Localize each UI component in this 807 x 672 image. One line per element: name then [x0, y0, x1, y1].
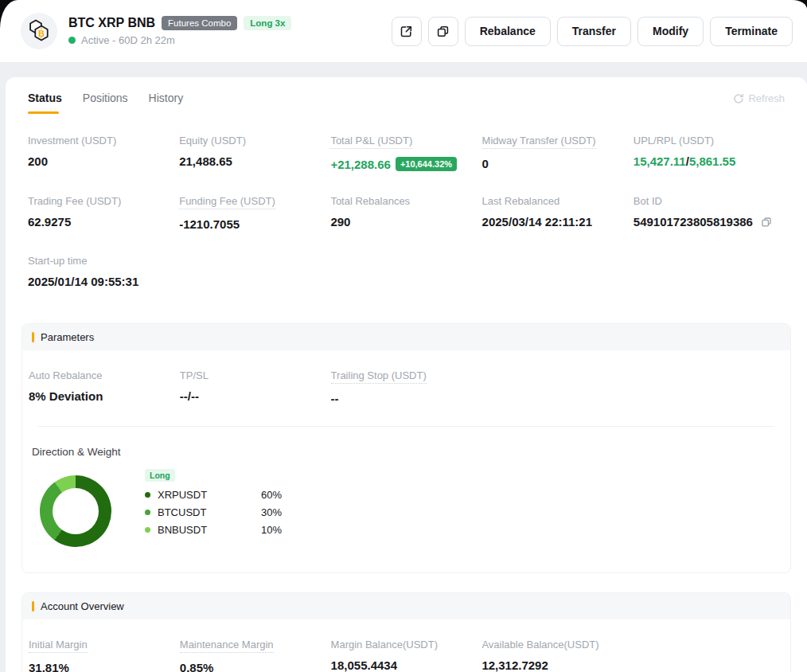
bot-header-card: B BTC XRP BNB Futures Combo Long 3x Acti…	[0, 0, 807, 62]
weight-legend: Long XRPUSDT 60% BTCUSDT 30% BNBUSDT	[145, 469, 282, 536]
section-accent-bar	[32, 332, 34, 342]
field-maintenance-margin: Maintenance Margin 0.85%	[180, 639, 331, 672]
account-overview-fields: Initial Margin 31.81% Maintenance Margin…	[29, 639, 784, 672]
stat-label: Trading Fee (USDT)	[28, 195, 121, 207]
stat-value: 62.9275	[28, 215, 179, 229]
active-status-dot	[68, 37, 76, 44]
parameters-header: Parameters	[22, 324, 790, 350]
stat-equity: Equity (USDT) 21,488.65	[179, 135, 330, 171]
stat-label: Equity (USDT)	[179, 135, 246, 147]
stat-investment: Investment (USDT) 200	[28, 135, 179, 171]
legend-percent: 10%	[261, 524, 282, 536]
stat-label-tooltip[interactable]: Funding Fee (USDT)	[179, 195, 275, 209]
upl-value: 15,427.11	[634, 154, 686, 168]
stat-last-rebalanced: Last Rebalanced 2025/03/14 22:11:21	[482, 195, 634, 231]
rpl-value: 5,861.55	[689, 154, 735, 168]
stat-value: 2025/01/14 09:55:31	[28, 275, 179, 288]
stat-upl-rpl: UPL/RPL (USDT) 15,427.11 / 5,861.55	[634, 135, 785, 171]
transfer-button[interactable]: Transfer	[557, 17, 631, 46]
legend-dot	[145, 527, 150, 533]
direction-weight-title: Direction & Weight	[32, 446, 781, 458]
legend-item: BTCUSDT 30%	[145, 506, 282, 518]
bot-logo: B	[21, 13, 57, 49]
stat-label: Last Rebalanced	[482, 195, 560, 207]
stat-funding-fee: Funding Fee (USDT) -1210.7055	[179, 195, 330, 231]
field-initial-margin: Initial Margin 31.81%	[29, 639, 180, 672]
field-value: 12,312.7292	[481, 658, 633, 672]
section-title: Account Overview	[41, 600, 124, 612]
rebalance-button[interactable]: Rebalance	[465, 17, 551, 46]
param-tp-sl: TP/SL --/--	[180, 369, 331, 405]
stat-midway-transfer: Midway Transfer (USDT) 0	[482, 135, 634, 171]
leverage-badge: Long 3x	[244, 16, 291, 30]
pnl-value: +21,288.66	[330, 158, 391, 171]
refresh-button[interactable]: Refresh	[733, 92, 785, 114]
param-label-tooltip[interactable]: Trailing Stop (USDT)	[331, 369, 427, 384]
stat-value: 290	[330, 215, 481, 229]
stat-total-rebalances: Total Rebalances 290	[330, 195, 481, 231]
field-available-balance: Available Balance(USDT) 12,312.7292	[481, 639, 633, 672]
field-label-tooltip[interactable]: Initial Margin	[29, 639, 88, 653]
stat-label-tooltip[interactable]: Total P&L (USDT)	[330, 135, 412, 149]
field-value: 31.81%	[29, 661, 180, 672]
field-value: 0.85%	[180, 661, 331, 672]
stat-value: 2025/03/14 22:11:21	[482, 215, 634, 229]
param-auto-rebalance: Auto Rebalance 8% Deviation	[29, 369, 180, 405]
svg-text:B: B	[38, 29, 45, 38]
stat-total-pnl: Total P&L (USDT) +21,288.66 +10,644.32%	[330, 135, 481, 171]
account-overview-section: Account Overview Initial Margin 31.81% M…	[21, 592, 791, 672]
stat-label: Investment (USDT)	[28, 135, 116, 147]
stat-value: 0	[482, 157, 634, 170]
share-icon	[400, 25, 413, 38]
legend-item: XRPUSDT 60%	[145, 489, 282, 501]
field-label-tooltip[interactable]: Maintenance Margin	[180, 639, 274, 653]
param-value: --	[331, 392, 482, 405]
section-title: Parameters	[41, 331, 94, 343]
tab-status[interactable]: Status	[28, 92, 62, 114]
bot-detail-panel: Status Positions History Refresh Investm…	[6, 77, 807, 672]
copy-bot-button[interactable]	[428, 17, 458, 46]
stat-label: Bot ID	[634, 195, 662, 207]
detail-tabs: Status Positions History	[28, 92, 183, 114]
copy-icon	[761, 217, 772, 228]
btc-hexagon-icon: B	[25, 18, 53, 45]
legend-percent: 30%	[261, 506, 282, 518]
stat-value: 200	[28, 154, 179, 168]
modify-button[interactable]: Modify	[637, 17, 704, 46]
param-trailing-stop: Trailing Stop (USDT) --	[331, 369, 482, 405]
legend-percent: 60%	[261, 489, 282, 501]
legend-symbol: XRPUSDT	[158, 489, 261, 501]
refresh-icon	[733, 93, 744, 104]
param-value: 8% Deviation	[29, 389, 180, 403]
pnl-percent-badge: +10,644.32%	[396, 157, 457, 171]
account-overview-header: Account Overview	[22, 593, 790, 619]
status-text: Active - 60D 2h 22m	[81, 34, 175, 46]
tab-positions[interactable]: Positions	[83, 92, 128, 114]
stat-label: Start-up time	[28, 255, 87, 267]
weight-donut-chart	[40, 475, 111, 547]
share-button[interactable]	[392, 17, 422, 46]
stat-bot-id: Bot ID 549101723805819386	[634, 195, 785, 231]
legend-symbol: BTCUSDT	[158, 506, 261, 518]
section-divider	[38, 426, 774, 427]
tab-history[interactable]: History	[149, 92, 184, 114]
stat-label: UPL/RPL (USDT)	[634, 135, 714, 147]
param-label: TP/SL	[180, 369, 209, 381]
bot-id-value: 549101723805819386	[634, 215, 753, 229]
terminate-button[interactable]: Terminate	[710, 17, 793, 46]
field-margin-balance: Margin Balance(USDT) 18,055.4434	[331, 639, 482, 672]
param-label: Auto Rebalance	[29, 369, 103, 381]
field-label: Available Balance(USDT)	[481, 639, 598, 651]
stat-value: -1210.7055	[179, 217, 330, 231]
copy-bot-id-button[interactable]	[761, 217, 772, 228]
legend-dot	[145, 492, 150, 498]
status-stats-grid: Investment (USDT) 200 Equity (USDT) 21,4…	[28, 135, 785, 288]
parameters-fields: Auto Rebalance 8% Deviation TP/SL --/-- …	[29, 369, 784, 405]
legend-item: BNBUSDT 10%	[145, 524, 282, 536]
legend-side-badge: Long	[145, 469, 175, 482]
legend-symbol: BNBUSDT	[158, 524, 261, 536]
refresh-label: Refresh	[748, 92, 785, 104]
stat-startup-time: Start-up time 2025/01/14 09:55:31	[28, 255, 179, 288]
section-accent-bar	[32, 601, 34, 611]
stat-label-tooltip[interactable]: Midway Transfer (USDT)	[482, 135, 596, 149]
